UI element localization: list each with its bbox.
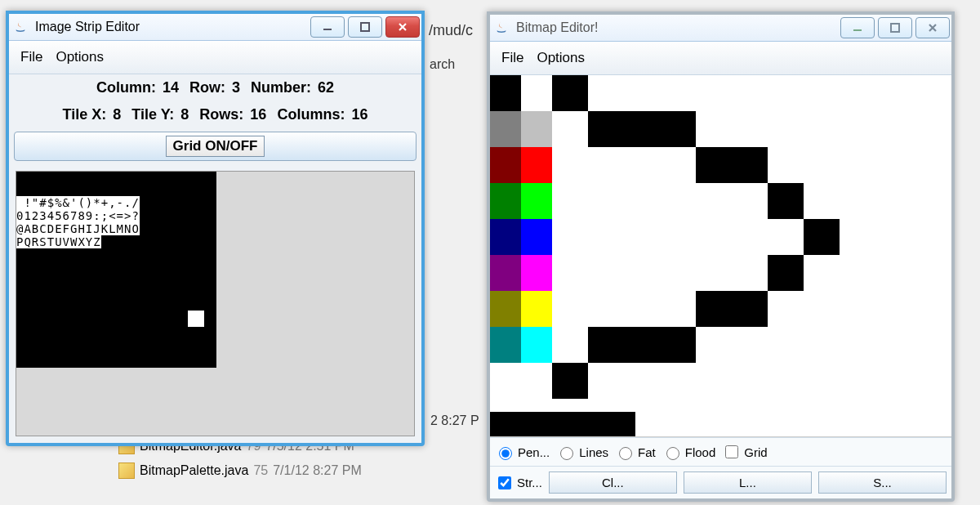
grid-checkbox[interactable]: Grid bbox=[722, 443, 767, 461]
titlebar[interactable]: Image Strip Editor bbox=[9, 14, 421, 41]
cursor-tile bbox=[188, 311, 204, 327]
tool-lines[interactable]: Lines bbox=[556, 445, 608, 460]
pixel[interactable] bbox=[804, 219, 840, 255]
bg-path: /mud/c bbox=[429, 22, 473, 39]
swatch[interactable] bbox=[521, 291, 552, 327]
swatch[interactable] bbox=[521, 75, 552, 111]
menu-options[interactable]: Options bbox=[537, 50, 585, 66]
window-strip-editor: Image Strip Editor File Options Column:1… bbox=[6, 11, 425, 446]
menubar: File Options bbox=[9, 41, 421, 74]
menu-file[interactable]: File bbox=[501, 50, 523, 66]
swatch[interactable] bbox=[490, 219, 521, 255]
pixel[interactable] bbox=[624, 111, 660, 147]
minimize-button[interactable] bbox=[840, 17, 875, 38]
file-rev: 75 bbox=[253, 463, 268, 478]
pixel[interactable] bbox=[660, 111, 696, 147]
swatch[interactable] bbox=[490, 75, 521, 111]
pixel[interactable] bbox=[768, 183, 804, 219]
swatch[interactable] bbox=[521, 147, 552, 183]
svg-rect-2 bbox=[853, 29, 862, 31]
java-file-icon bbox=[118, 463, 135, 479]
swatch[interactable] bbox=[490, 327, 521, 363]
file-row[interactable]: BitmapPalette.java 75 7/1/12 8:27 PM bbox=[118, 463, 362, 479]
maximize-button[interactable] bbox=[348, 16, 382, 38]
pixel[interactable] bbox=[732, 147, 768, 183]
file-name: BitmapPalette.java bbox=[140, 463, 248, 478]
tool-radio-row: Pen... Lines Fat Flood Grid bbox=[490, 437, 951, 466]
tool-pencil[interactable]: Pen... bbox=[495, 445, 550, 460]
grid-toggle-button[interactable]: Grid ON/OFF bbox=[14, 132, 416, 161]
str-checkbox[interactable]: Str... bbox=[495, 474, 542, 492]
svg-rect-0 bbox=[323, 29, 332, 30]
menu-file[interactable]: File bbox=[20, 49, 42, 65]
button-row: Str... Cl... L... S... bbox=[490, 466, 951, 498]
svg-rect-3 bbox=[891, 24, 899, 32]
pixel[interactable] bbox=[588, 111, 624, 147]
swatch[interactable] bbox=[490, 255, 521, 291]
window-title: Bitmap Editor! bbox=[514, 20, 840, 35]
window-title: Image Strip Editor bbox=[33, 20, 310, 34]
pixel[interactable] bbox=[696, 291, 732, 327]
swatch[interactable] bbox=[490, 147, 521, 183]
pixel[interactable] bbox=[768, 255, 804, 291]
swatch[interactable] bbox=[490, 291, 521, 327]
swatch[interactable] bbox=[521, 183, 552, 219]
tool-fat[interactable]: Fat bbox=[615, 445, 656, 460]
info-row-1: Column:14 Row:3 Number:62 bbox=[9, 74, 421, 101]
bg-time-fragment: 2 8:27 P bbox=[430, 413, 479, 428]
titlebar[interactable]: Bitmap Editor! bbox=[490, 15, 951, 42]
swatch[interactable] bbox=[490, 111, 521, 147]
strip-canvas[interactable]: !"#$%&'()*+,-./ 0123456789:;<=>? @ABCDEF… bbox=[16, 171, 415, 436]
palette-row[interactable] bbox=[490, 147, 552, 183]
close-button[interactable] bbox=[915, 17, 950, 38]
svg-rect-1 bbox=[361, 23, 369, 31]
swatch[interactable] bbox=[490, 183, 521, 219]
menu-options[interactable]: Options bbox=[56, 49, 104, 65]
java-icon bbox=[12, 19, 29, 35]
java-icon bbox=[493, 20, 510, 36]
load-button[interactable]: L... bbox=[684, 471, 812, 494]
color-palette bbox=[490, 75, 552, 436]
swatch[interactable] bbox=[521, 219, 552, 255]
pixel[interactable] bbox=[552, 75, 588, 111]
pixel[interactable] bbox=[624, 327, 660, 363]
file-date: 7/1/12 8:27 PM bbox=[273, 463, 362, 478]
menubar: File Options bbox=[490, 42, 951, 75]
pixel[interactable] bbox=[660, 327, 696, 363]
maximize-button[interactable] bbox=[878, 17, 912, 38]
pixel[interactable] bbox=[552, 363, 588, 399]
clear-button[interactable]: Cl... bbox=[549, 471, 677, 494]
tool-flood[interactable]: Flood bbox=[662, 445, 716, 460]
swatch[interactable] bbox=[521, 327, 552, 363]
save-button[interactable]: S... bbox=[818, 471, 947, 494]
palette-row[interactable] bbox=[490, 255, 552, 291]
swatch[interactable] bbox=[521, 255, 552, 291]
info-row-2: Tile X:8 Tile Y:8 Rows:16 Columns:16 bbox=[9, 101, 421, 128]
palette-row[interactable] bbox=[490, 219, 552, 255]
swatch[interactable] bbox=[521, 111, 552, 147]
pixel[interactable] bbox=[732, 291, 768, 327]
close-button[interactable] bbox=[385, 16, 420, 38]
palette-row[interactable] bbox=[490, 327, 552, 363]
palette-row[interactable] bbox=[490, 183, 552, 219]
window-bitmap-editor: Bitmap Editor! File Options Pen... Lines… bbox=[487, 11, 955, 502]
palette-row[interactable] bbox=[490, 111, 552, 147]
bottom-bar bbox=[490, 412, 635, 436]
minimize-button[interactable] bbox=[310, 16, 345, 38]
palette-row[interactable] bbox=[490, 75, 552, 111]
palette-row[interactable] bbox=[490, 291, 552, 327]
pixel[interactable] bbox=[588, 327, 624, 363]
pixel[interactable] bbox=[696, 147, 732, 183]
bg-search: arch bbox=[430, 57, 455, 72]
bitmap-canvas[interactable] bbox=[552, 75, 951, 436]
